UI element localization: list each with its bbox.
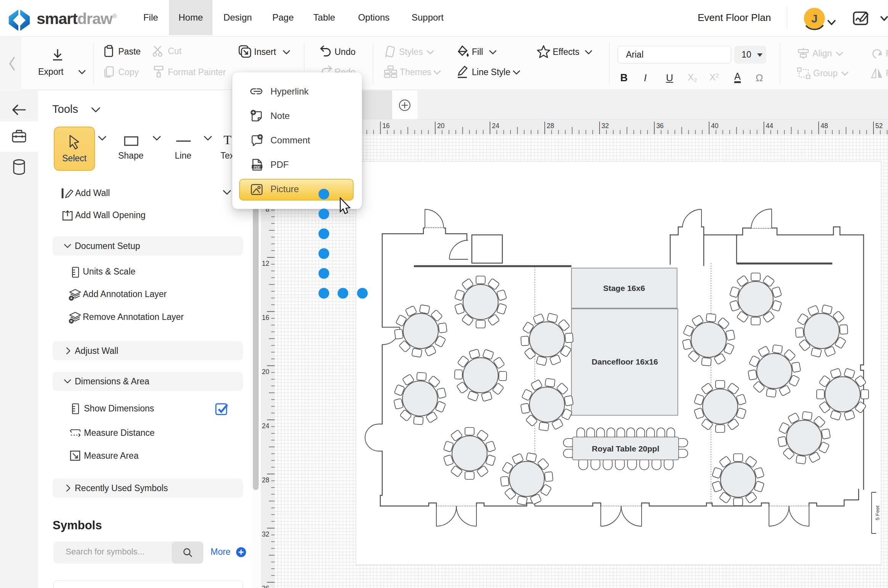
- svg-text:32: 32: [602, 122, 609, 130]
- svg-text:PDF: PDF: [254, 165, 261, 169]
- svg-text:12: 12: [262, 260, 269, 267]
- svg-text:Royal Table 20ppl: Royal Table 20ppl: [592, 444, 660, 453]
- svg-text:20: 20: [262, 368, 270, 376]
- svg-text:44: 44: [766, 122, 774, 130]
- svg-text:Dancefloor 16x16: Dancefloor 16x16: [592, 357, 658, 366]
- svg-text:24: 24: [262, 422, 270, 430]
- svg-text:24: 24: [492, 122, 500, 130]
- svg-text:40: 40: [711, 122, 719, 130]
- svg-text:28: 28: [262, 476, 269, 484]
- svg-text:28: 28: [547, 122, 554, 130]
- svg-text:J: J: [811, 12, 818, 25]
- svg-text:52: 52: [875, 122, 883, 130]
- svg-text:16: 16: [382, 122, 389, 130]
- svg-text:32: 32: [262, 530, 269, 538]
- svg-text:16: 16: [262, 314, 269, 321]
- svg-text:Stage 16x6: Stage 16x6: [603, 284, 645, 292]
- svg-text:36: 36: [262, 585, 269, 588]
- svg-text:36: 36: [656, 122, 663, 130]
- svg-text:20: 20: [437, 122, 445, 130]
- svg-text:5 Feet: 5 Feet: [875, 506, 880, 521]
- svg-text:48: 48: [820, 122, 828, 130]
